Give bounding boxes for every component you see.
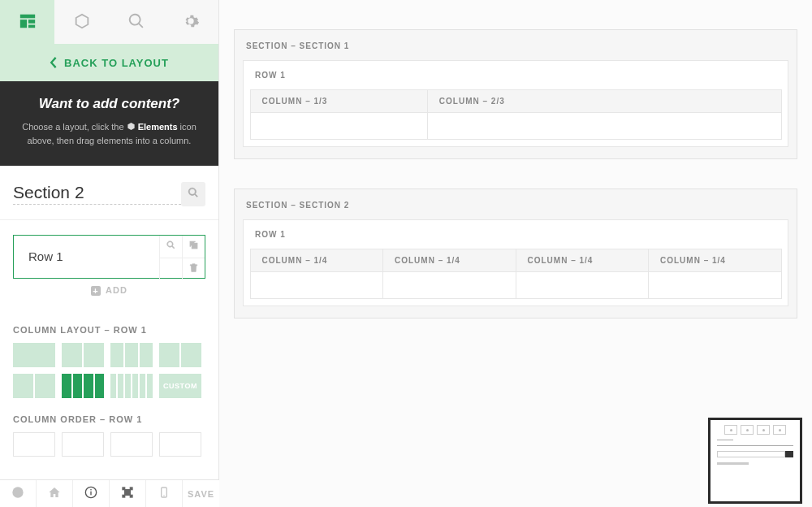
tab-layout[interactable] <box>0 0 54 44</box>
row-blank <box>159 258 182 280</box>
order-opt-1[interactable] <box>13 432 55 457</box>
search-icon <box>127 12 145 32</box>
layout-2col[interactable] <box>62 343 104 367</box>
tab-elements[interactable] <box>54 0 109 44</box>
footer-group-button[interactable] <box>110 480 146 507</box>
order-opt-4[interactable] <box>159 432 201 457</box>
column-label: COLUMN – 1/3 <box>251 90 427 113</box>
layout-icon <box>19 12 37 32</box>
duplicate-icon <box>188 240 199 253</box>
layout-2col-wide[interactable] <box>13 374 55 398</box>
tip-title: Want to add content? <box>16 96 202 112</box>
column-block[interactable]: COLUMN – 1/4 <box>648 249 782 299</box>
footer-home-button[interactable] <box>37 480 73 507</box>
column-label: COLUMN – 2/3 <box>428 90 781 113</box>
column-label: COLUMN – 1/4 <box>649 249 781 272</box>
row-tools <box>159 236 205 278</box>
tab-bar <box>0 0 218 44</box>
footer-info-button[interactable] <box>73 480 110 507</box>
column-layout-heading: COLUMN LAYOUT – ROW 1 <box>0 309 218 343</box>
svg-point-15 <box>163 495 164 496</box>
footer-bar: SAVE <box>0 479 219 507</box>
order-options <box>0 432 218 457</box>
footer-mobile-button[interactable] <box>146 480 183 507</box>
section-label: SECTION – SECTION 2 <box>243 201 788 219</box>
tab-settings[interactable] <box>164 0 218 44</box>
column-order-heading: COLUMN ORDER – ROW 1 <box>0 398 218 432</box>
layout-3col[interactable] <box>110 343 153 367</box>
layout-1col[interactable] <box>13 343 55 367</box>
footer-back-button[interactable] <box>0 480 37 507</box>
cube-icon <box>127 121 136 135</box>
home-icon <box>48 486 61 501</box>
row-block[interactable]: ROW 1COLUMN – 1/4COLUMN – 1/4COLUMN – 1/… <box>243 219 788 306</box>
tab-inspector[interactable] <box>110 0 164 44</box>
column-block[interactable]: COLUMN – 1/3 <box>250 89 428 140</box>
row-search-button[interactable] <box>159 236 182 258</box>
row-duplicate-button[interactable] <box>182 236 205 258</box>
info-icon <box>84 486 97 501</box>
section-block[interactable]: SECTION – SECTION 2ROW 1COLUMN – 1/4COLU… <box>234 188 797 318</box>
mobile-icon <box>158 486 171 501</box>
svg-rect-3 <box>28 24 35 28</box>
save-button[interactable]: SAVE <box>183 480 219 507</box>
column-label: COLUMN – 1/4 <box>516 249 649 272</box>
plus-icon: + <box>91 286 101 296</box>
back-label: BACK TO LAYOUT <box>64 57 169 69</box>
order-opt-3[interactable] <box>110 432 153 457</box>
order-opt-2[interactable] <box>62 432 104 457</box>
row-card[interactable]: Row 1 <box>13 235 205 279</box>
section-heading: Section 2 <box>0 166 218 220</box>
svg-rect-0 <box>19 14 34 18</box>
gear-icon <box>182 12 200 32</box>
row-label: Row 1 <box>14 236 159 278</box>
svg-rect-8 <box>90 489 91 490</box>
row-block-label: ROW 1 <box>244 220 788 249</box>
tip-text: Choose a layout, click the Elements icon… <box>16 120 202 148</box>
section-search-button[interactable] <box>181 182 205 206</box>
svg-rect-1 <box>19 20 26 28</box>
minimap[interactable] <box>708 418 802 504</box>
svg-rect-2 <box>28 20 35 24</box>
column-label: COLUMN – 1/4 <box>383 249 516 272</box>
column-label: COLUMN – 1/4 <box>251 249 383 272</box>
canvas: SECTION – SECTION 1ROW 1COLUMN – 1/3COLU… <box>219 0 812 507</box>
trash-icon <box>188 262 199 275</box>
group-icon <box>121 486 134 501</box>
back-circle-icon <box>11 486 24 501</box>
add-label: ADD <box>106 285 127 295</box>
svg-point-5 <box>12 487 23 497</box>
row-block[interactable]: ROW 1COLUMN – 1/3COLUMN – 2/3 <box>243 60 788 147</box>
svg-rect-13 <box>125 490 131 496</box>
back-to-layout-button[interactable]: BACK TO LAYOUT <box>0 44 218 81</box>
section-title[interactable]: Section 2 <box>13 183 181 205</box>
search-icon <box>166 240 176 253</box>
row-block-label: ROW 1 <box>244 61 788 89</box>
tip-box: Want to add content? Choose a layout, cl… <box>0 81 218 166</box>
chevron-left-icon <box>50 57 58 68</box>
column-block[interactable]: COLUMN – 2/3 <box>427 89 782 140</box>
layout-4col[interactable] <box>62 374 104 398</box>
sidebar: BACK TO LAYOUT Want to add content? Choo… <box>0 0 219 479</box>
column-block[interactable]: COLUMN – 1/4 <box>382 249 516 299</box>
row-delete-button[interactable] <box>182 258 205 280</box>
layout-6col[interactable] <box>110 374 153 398</box>
layout-2col-alt[interactable] <box>159 343 201 367</box>
column-block[interactable]: COLUMN – 1/4 <box>516 249 650 299</box>
add-row-button[interactable]: +ADD <box>13 279 205 301</box>
layout-options: CUSTOM <box>0 343 218 398</box>
column-block[interactable]: COLUMN – 1/4 <box>250 249 384 299</box>
section-block[interactable]: SECTION – SECTION 1ROW 1COLUMN – 1/3COLU… <box>234 29 797 159</box>
svg-rect-7 <box>90 492 91 496</box>
layout-custom[interactable]: CUSTOM <box>159 374 201 398</box>
cube-icon <box>73 12 91 32</box>
section-label: SECTION – SECTION 1 <box>243 41 788 60</box>
search-icon <box>188 187 199 201</box>
